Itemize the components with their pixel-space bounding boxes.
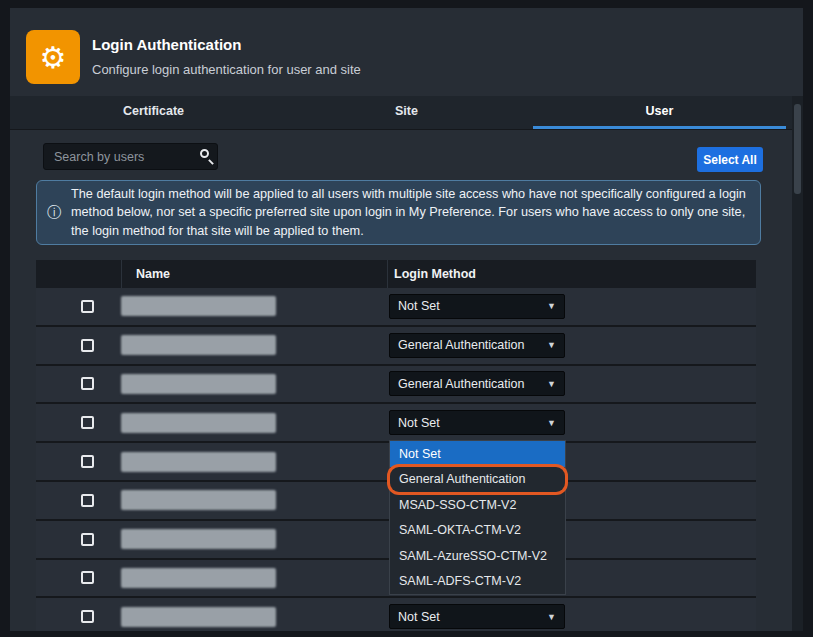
tab-certificate[interactable]: Certificate [27, 96, 280, 129]
search-input[interactable] [43, 143, 218, 170]
table-row: General Authentication▼ [36, 327, 756, 366]
chevron-down-icon: ▼ [547, 301, 556, 311]
redacted-name [121, 568, 276, 588]
info-text: The default login method will be applied… [71, 185, 760, 241]
menu-option[interactable]: SAML-OKTA-CTM-V2 [390, 518, 565, 544]
row-checkbox[interactable] [81, 571, 94, 584]
tab-bar: CertificateSiteUser [10, 96, 803, 130]
select-value: Not Set [398, 299, 440, 313]
table-row: Not Set▼ [36, 598, 756, 631]
header-login-method: Login Method [387, 260, 756, 288]
login-authentication-panel: ⚙ Login Authentication Configure login a… [10, 8, 803, 631]
select-all-button[interactable]: Select All [697, 147, 763, 172]
scrollbar[interactable] [792, 96, 803, 631]
chevron-down-icon: ▼ [547, 379, 556, 389]
select-value: General Authentication [398, 338, 524, 352]
info-banner: ⓘ The default login method will be appli… [36, 180, 761, 245]
select-value: General Authentication [398, 377, 524, 391]
row-checkbox[interactable] [81, 377, 94, 390]
table-header: Name Login Method [36, 260, 756, 288]
row-checkbox[interactable] [81, 300, 94, 313]
redacted-name [121, 607, 276, 627]
table-row: Not Set▼ [36, 288, 756, 327]
tab-site[interactable]: Site [280, 96, 533, 129]
info-icon: ⓘ [37, 204, 71, 222]
row-checkbox[interactable] [81, 533, 94, 546]
page-subtitle: Configure login authentication for user … [92, 62, 361, 77]
chevron-down-icon: ▼ [547, 612, 556, 622]
redacted-name [121, 490, 276, 510]
row-checkbox[interactable] [81, 416, 94, 429]
login-method-select[interactable]: Not Set▼ [389, 294, 565, 319]
login-method-select[interactable]: General Authentication▼ [389, 371, 565, 396]
page-header: ⚙ Login Authentication Configure login a… [10, 8, 803, 96]
redacted-name [121, 413, 276, 433]
row-checkbox[interactable] [81, 339, 94, 352]
page-title: Login Authentication [92, 36, 241, 53]
menu-option[interactable]: Not Set [390, 441, 565, 467]
row-checkbox[interactable] [81, 494, 94, 507]
scrollbar-thumb[interactable] [794, 104, 801, 194]
gear-glyph: ⚙ [40, 40, 67, 75]
select-value: Not Set [398, 416, 440, 430]
redacted-name [121, 296, 276, 316]
tab-user[interactable]: User [533, 96, 786, 129]
login-method-select[interactable]: Not Set▼ [389, 410, 565, 435]
menu-option[interactable]: General Authentication [390, 467, 565, 493]
search-box [43, 143, 218, 170]
chevron-down-icon: ▼ [547, 418, 556, 428]
redacted-name [121, 452, 276, 472]
row-checkbox[interactable] [81, 455, 94, 468]
redacted-name [121, 374, 276, 394]
login-method-select[interactable]: General Authentication▼ [389, 333, 565, 358]
search-icon [200, 149, 209, 158]
chevron-down-icon: ▼ [547, 340, 556, 350]
menu-option[interactable]: SAML-ADFS-CTM-V2 [390, 569, 565, 595]
menu-option[interactable]: MSAD-SSO-CTM-V2 [390, 492, 565, 518]
gear-icon: ⚙ [26, 30, 80, 84]
login-method-menu: Not SetGeneral AuthenticationMSAD-SSO-CT… [389, 440, 566, 595]
menu-option[interactable]: SAML-AzureSSO-CTM-V2 [390, 543, 565, 569]
header-name: Name [121, 260, 387, 288]
login-method-select[interactable]: Not Set▼ [389, 604, 565, 629]
redacted-name [121, 335, 276, 355]
redacted-name [121, 529, 276, 549]
users-table: Name Login Method Not Set▼General Authen… [36, 260, 756, 631]
table-row: Not Set▼ [36, 404, 756, 443]
row-checkbox[interactable] [81, 610, 94, 623]
table-row: General Authentication▼ [36, 366, 756, 405]
select-value: Not Set [398, 610, 440, 624]
